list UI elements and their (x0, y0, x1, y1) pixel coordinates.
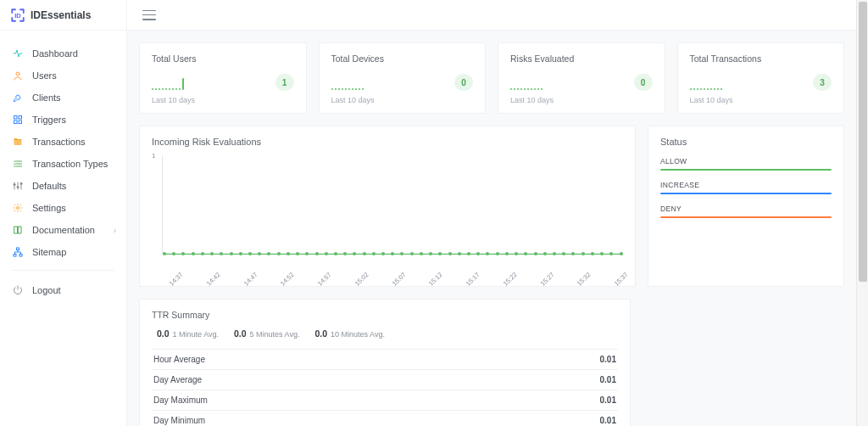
status-title: Status (660, 137, 832, 147)
chart-point (201, 252, 204, 255)
sidebar-item-label: Clients (32, 92, 61, 103)
chart-plot (162, 155, 623, 254)
chart-xtick: 15:27 (539, 271, 556, 288)
chart-point (230, 252, 233, 255)
status-label: INCREASE (660, 181, 832, 189)
chart-xtick: 15:22 (502, 271, 519, 288)
menu-toggle-button[interactable] (142, 10, 156, 20)
chart-point (496, 252, 499, 255)
sidebar-item-label: Users (32, 70, 57, 81)
stat-title: Risks Evaluated (510, 53, 653, 64)
svg-rect-4 (14, 121, 18, 124)
sidebar-item-label: Settings (32, 203, 66, 213)
svg-rect-2 (14, 116, 18, 120)
gear-icon (12, 202, 24, 214)
chart-xtick: 14:47 (242, 271, 259, 288)
chart-point (363, 252, 366, 255)
chart-point (210, 252, 214, 255)
ttr-title: TTR Summary (152, 310, 618, 320)
chart-xtick: 14:42 (205, 271, 222, 288)
ttr-row-value: 0.01 (498, 350, 618, 370)
ttr-metric-label: 10 Minutes Avg. (331, 330, 385, 339)
sidebar-item-dashboard[interactable]: Dashboard (0, 42, 126, 64)
stat-value-badge: 1 (275, 74, 294, 91)
folder-icon (12, 136, 24, 148)
table-row: Hour Average0.01 (152, 350, 618, 370)
grid-icon (12, 114, 24, 126)
chart-point (410, 252, 414, 255)
ttr-summary-top: 0.01 Minute Avg.0.05 Minutes Avg.0.010 M… (157, 328, 618, 339)
table-row: Day Maximum0.01 (152, 390, 618, 411)
chart-point (343, 252, 347, 255)
chart-xtick: 14:57 (316, 271, 333, 288)
chart-point (486, 252, 489, 255)
chart-point (591, 252, 594, 255)
sidebar-item-settings[interactable]: Settings (0, 197, 126, 219)
status-item-allow: ALLOW (660, 157, 832, 171)
ttr-row-value: 0.01 (498, 390, 618, 411)
chart-point (524, 252, 527, 255)
chart-xtick: 15:32 (576, 271, 593, 288)
chart-point (192, 252, 195, 255)
svg-point-10 (17, 187, 19, 188)
sidebar-item-label: Sitemap (32, 247, 66, 257)
stat-title: Total Devices (331, 53, 474, 64)
sidebar-item-documentation[interactable]: Documentation› (0, 219, 126, 241)
sidebar-item-transactions[interactable]: Transactions (0, 131, 126, 153)
pulse-icon (12, 48, 24, 59)
chart-point (505, 252, 509, 255)
topbar (127, 0, 856, 31)
chart-point (534, 252, 537, 255)
stat-card: Total Users1Last 10 days (139, 42, 307, 114)
sidebar-item-label: Transaction Types (32, 159, 108, 169)
stat-card: Risks Evaluated0Last 10 days (498, 42, 665, 114)
svg-point-11 (20, 183, 22, 185)
ttr-row-label: Day Maximum (152, 390, 498, 411)
chart-xtick: 15:12 (427, 271, 444, 288)
brand-name: IDEssentials (31, 9, 91, 21)
chart-series-line (163, 253, 623, 254)
chart-point (315, 252, 319, 255)
chart-point (163, 252, 166, 255)
svg-rect-5 (19, 121, 22, 124)
sidebar-nav: DashboardUsersClientsTriggersTransaction… (0, 31, 126, 263)
chart-point (553, 252, 556, 255)
chart-xtick: 14:37 (168, 271, 185, 288)
sidebar-item-transaction-types[interactable]: Transaction Types (0, 153, 126, 175)
stat-subtitle: Last 10 days (690, 96, 832, 104)
status-bar (660, 216, 832, 218)
book-icon (12, 224, 24, 236)
stat-value-badge: 0 (454, 74, 473, 91)
sidebar-item-triggers[interactable]: Triggers (0, 109, 126, 131)
sparkline (152, 76, 245, 91)
chart-point (609, 252, 613, 255)
wrench-icon (12, 92, 24, 104)
sidebar-item-defaults[interactable]: Defaults (0, 175, 126, 197)
brand[interactable]: ID IDEssentials (0, 0, 126, 31)
sidebar-item-clients[interactable]: Clients (0, 87, 126, 109)
chart-point (334, 252, 337, 255)
svg-rect-3 (19, 116, 22, 120)
svg-rect-14 (17, 248, 19, 250)
table-row: Day Minimum0.01 (152, 411, 618, 427)
chart-point (600, 252, 604, 255)
scrollbar-vertical[interactable] (856, 0, 868, 426)
svg-point-1 (16, 72, 19, 76)
scrollbar-thumb[interactable] (859, 2, 867, 282)
ttr-metric-label: 1 Minute Avg. (173, 330, 219, 339)
status-card: Status ALLOWINCREASEDENY (648, 126, 844, 287)
stat-card: Total Devices0Last 10 days (319, 42, 487, 114)
chart-xtick: 15:17 (465, 271, 481, 288)
sidebar-item-sitemap[interactable]: Sitemap (0, 241, 126, 263)
chart-point (562, 252, 565, 255)
chart-point (420, 252, 423, 255)
sidebar-item-users[interactable]: Users (0, 64, 126, 87)
brand-logo-icon: ID (10, 8, 25, 23)
chart-point (458, 252, 461, 255)
stat-subtitle: Last 10 days (510, 96, 653, 104)
sidebar-item-label: Dashboard (32, 48, 78, 59)
logout-button[interactable]: Logout (0, 279, 126, 301)
chart-point (467, 252, 470, 255)
chart-xtick: 15:02 (353, 271, 370, 288)
svg-point-12 (17, 207, 19, 210)
